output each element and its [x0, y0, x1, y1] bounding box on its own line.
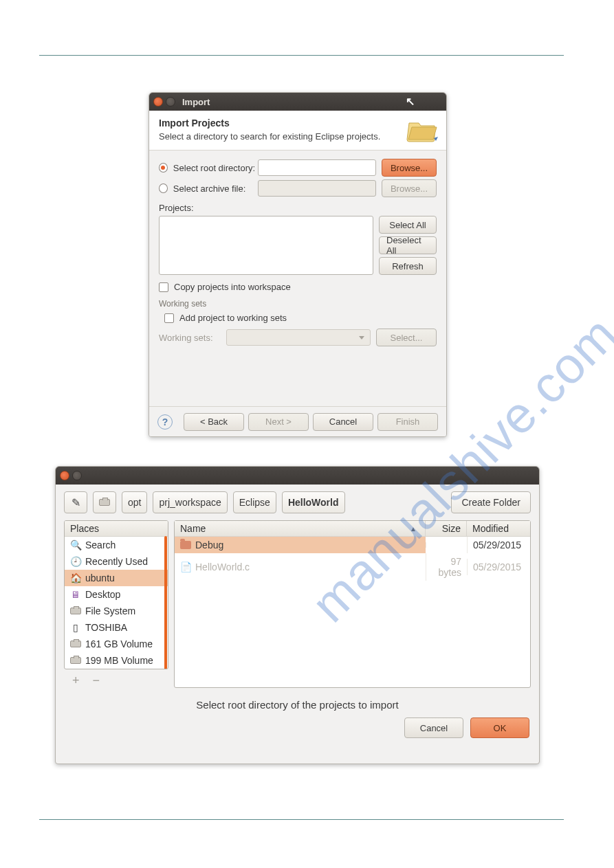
desktop-icon: 🖥	[70, 589, 81, 600]
browse-root-button[interactable]: Browse...	[382, 159, 437, 177]
path-segment-opt[interactable]: opt	[122, 491, 147, 513]
working-sets-combo-label: Working sets:	[159, 333, 221, 343]
root-directory-input[interactable]	[258, 159, 376, 176]
copy-into-workspace-row: Copy projects into workspace	[159, 282, 437, 292]
add-bookmark-button[interactable]: +	[72, 674, 80, 687]
radio-archive-file[interactable]	[159, 183, 168, 193]
radio-archive-row: Select archive file: Browse...	[159, 178, 437, 199]
select-all-button[interactable]: Select All	[379, 216, 437, 234]
file-chooser-dialog: opt prj_workspace Eclipse HelloWorld Cre…	[55, 466, 540, 764]
working-sets-combo	[226, 329, 371, 346]
places-item-toshiba[interactable]: ▯TOSHIBA	[65, 619, 168, 636]
places-item-label: 199 MB Volume	[85, 655, 153, 666]
add-to-working-sets-row: Add project to working sets	[164, 313, 437, 323]
folder-open-icon	[406, 116, 439, 144]
file-column-headers: Name▲ Size Modified	[175, 521, 530, 537]
refresh-button[interactable]: Refresh	[379, 257, 437, 275]
disk-icon	[99, 499, 110, 506]
remove-bookmark-button[interactable]: −	[93, 674, 100, 687]
file-row-debug[interactable]: Debug 05/29/2015	[175, 537, 530, 553]
archive-file-input	[258, 180, 376, 197]
col-name[interactable]: Name▲	[175, 521, 426, 536]
places-panel: Places 🔍Search 🕘Recently Used 🏠ubuntu 🖥D…	[64, 520, 168, 669]
places-item-desktop[interactable]: 🖥Desktop	[65, 586, 168, 603]
chooser-ok-button[interactable]: OK	[470, 717, 529, 738]
places-item-label: ubuntu	[85, 572, 115, 583]
add-to-working-sets-label: Add project to working sets	[179, 313, 287, 323]
places-item-label: Recently Used	[85, 556, 148, 567]
add-to-working-sets-checkbox[interactable]	[164, 313, 174, 323]
edit-path-button[interactable]	[64, 491, 87, 513]
places-item-filesystem[interactable]: File System	[65, 603, 168, 619]
browse-archive-button: Browse...	[382, 179, 437, 197]
path-segment-eclipse[interactable]: Eclipse	[233, 491, 276, 513]
close-icon[interactable]	[60, 471, 69, 480]
file-rows[interactable]: Debug 05/29/2015 📄HelloWorld.c 97 bytes …	[175, 537, 530, 687]
projects-listbox[interactable]	[159, 216, 373, 275]
import-footer: ? < Back Next > Cancel Finish	[149, 406, 446, 436]
col-modified[interactable]: Modified	[467, 521, 530, 536]
search-icon: 🔍	[70, 539, 81, 550]
cancel-button[interactable]: Cancel	[313, 413, 373, 431]
path-segment-helloworld[interactable]: HelloWorld	[282, 491, 345, 513]
radio-root-directory[interactable]	[159, 163, 168, 173]
path-root-button[interactable]	[93, 491, 116, 513]
chooser-toolbar: opt prj_workspace Eclipse HelloWorld Cre…	[56, 485, 539, 520]
places-item-home[interactable]: 🏠ubuntu	[65, 570, 168, 586]
file-panel: Name▲ Size Modified Debug 05/29/2015 📄He…	[174, 520, 531, 688]
places-item-label: 161 GB Volume	[85, 638, 153, 649]
copy-into-workspace-label: Copy projects into workspace	[174, 282, 291, 292]
places-item-label: Desktop	[85, 589, 120, 600]
chooser-main: Places 🔍Search 🕘Recently Used 🏠ubuntu 🖥D…	[56, 520, 539, 688]
places-list[interactable]: 🔍Search 🕘Recently Used 🏠ubuntu 🖥Desktop …	[65, 537, 168, 669]
places-item-label: Search	[85, 539, 116, 550]
minimize-icon[interactable]	[166, 97, 175, 107]
import-window-title: Import	[182, 97, 210, 107]
close-icon[interactable]	[153, 97, 163, 107]
working-sets-select-button: Select...	[376, 329, 437, 346]
file-row-name: Debug	[195, 539, 223, 550]
import-header-title: Import Projects	[159, 118, 437, 129]
places-scrollbar[interactable]	[164, 536, 167, 669]
places-item-label: File System	[85, 605, 135, 616]
back-button[interactable]: < Back	[184, 413, 244, 431]
import-header: Import Projects Select a directory to se…	[149, 111, 446, 151]
import-header-desc: Select a directory to search for existin…	[159, 131, 437, 142]
file-icon: 📄	[180, 561, 191, 572]
places-item-161gb[interactable]: 161 GB Volume	[65, 636, 168, 652]
file-row-modified: 05/29/2015	[467, 537, 530, 553]
path-segment-prj-workspace[interactable]: prj_workspace	[153, 491, 227, 513]
chooser-cancel-button[interactable]: Cancel	[404, 717, 463, 738]
file-row-helloworld-c: 📄HelloWorld.c 97 bytes 05/29/2015	[175, 553, 530, 581]
deselect-all-button[interactable]: Deselect All	[379, 236, 437, 254]
finish-button: Finish	[377, 413, 438, 431]
places-item-label: TOSHIBA	[85, 622, 127, 633]
copy-into-workspace-checkbox[interactable]	[159, 282, 168, 292]
places-add-remove: + −	[64, 669, 168, 688]
create-folder-button[interactable]: Create Folder	[451, 491, 531, 513]
col-name-label: Name	[180, 523, 206, 534]
usb-icon: ▯	[70, 622, 81, 633]
disk-icon	[70, 605, 81, 616]
places-header: Places	[65, 521, 168, 537]
col-size[interactable]: Size	[426, 521, 467, 536]
import-titlebar[interactable]: Import ↖	[149, 93, 446, 111]
chooser-footer: Cancel OK	[56, 717, 539, 748]
chooser-titlebar[interactable]	[56, 467, 539, 485]
file-row-modified: 05/29/2015	[467, 559, 530, 575]
mouse-cursor-icon: ↖	[406, 95, 415, 108]
file-row-name: HelloWorld.c	[195, 561, 250, 572]
working-sets-row: Working sets: Select...	[159, 329, 437, 346]
places-item-199mb[interactable]: 199 MB Volume	[65, 652, 168, 669]
folder-icon	[180, 541, 191, 549]
file-row-size	[426, 542, 467, 548]
places-item-search[interactable]: 🔍Search	[65, 537, 168, 553]
chooser-message: Select root directory of the projects to…	[56, 688, 539, 717]
places-item-recent[interactable]: 🕘Recently Used	[65, 553, 168, 570]
help-icon[interactable]: ?	[157, 414, 173, 430]
restore-icon[interactable]	[72, 471, 82, 480]
next-button: Next >	[248, 413, 309, 431]
file-row-size: 97 bytes	[426, 553, 467, 581]
import-body: Select root directory: Browse... Select …	[149, 151, 446, 349]
import-dialog: Import ↖ Import Projects Select a direct…	[149, 92, 447, 437]
